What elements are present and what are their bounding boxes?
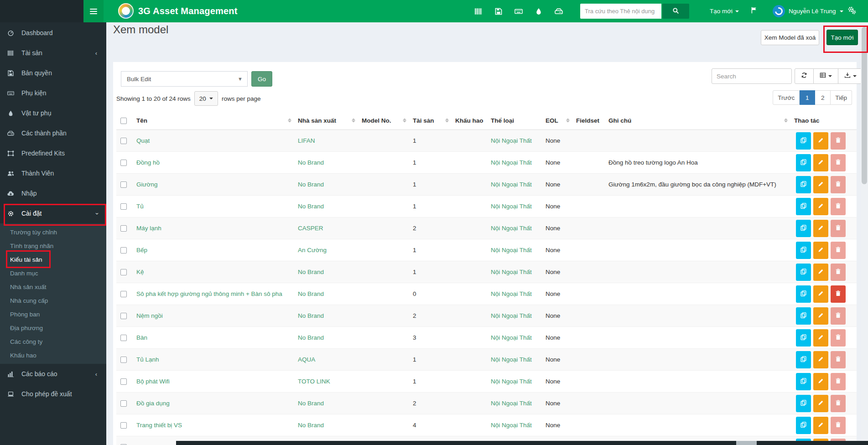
row-checkbox[interactable] xyxy=(120,400,127,407)
export-button[interactable] xyxy=(838,68,863,84)
edit-button[interactable] xyxy=(813,132,828,150)
edit-button[interactable] xyxy=(813,220,828,237)
page-size-dropdown[interactable]: 20 xyxy=(194,91,218,106)
go-button[interactable]: Go xyxy=(251,71,272,87)
bulk-edit-select[interactable]: Bulk Edit ▼ xyxy=(121,71,248,87)
clone-button[interactable] xyxy=(796,198,811,215)
submenu-item-custom-fields[interactable]: Trường tùy chỉnh xyxy=(0,225,106,239)
clone-button[interactable] xyxy=(796,373,811,390)
sidebar-toggle-button[interactable] xyxy=(83,0,104,22)
column-header-note[interactable]: Ghi chú xyxy=(605,111,790,130)
row-checkbox[interactable] xyxy=(120,335,127,341)
clone-button[interactable] xyxy=(796,132,811,150)
column-header-eol[interactable]: EOL xyxy=(542,111,572,130)
columns-button[interactable] xyxy=(814,68,838,84)
vertical-scrollbar-thumb[interactable] xyxy=(862,27,867,184)
delete-button[interactable] xyxy=(831,220,846,237)
delete-button[interactable] xyxy=(831,351,846,368)
sidebar-item-reports[interactable]: Các báo cáo‹ xyxy=(0,364,106,384)
barcode-icon[interactable] xyxy=(474,7,483,16)
pagination-prev[interactable]: Trước xyxy=(773,90,800,105)
row-checkbox[interactable] xyxy=(120,138,127,144)
clone-button[interactable] xyxy=(796,395,811,412)
table-search-input[interactable] xyxy=(712,68,792,84)
clone-button[interactable] xyxy=(796,351,811,368)
submenu-item-status-labels[interactable]: Tình trạng nhãn xyxy=(0,239,106,253)
navbar-search-input[interactable] xyxy=(580,4,661,19)
sidebar-item-users[interactable]: Thành Viên xyxy=(0,163,106,183)
sidebar-item-licenses[interactable]: Bản quyền xyxy=(0,63,106,83)
view-deleted-models-button[interactable]: Xem Model đã xoá xyxy=(761,30,819,45)
delete-button[interactable] xyxy=(831,373,846,390)
sidebar-item-predefined-kits[interactable]: Predefined Kits xyxy=(0,143,106,163)
hdd-icon[interactable] xyxy=(555,7,563,16)
edit-button[interactable] xyxy=(813,417,828,434)
delete-button[interactable] xyxy=(831,285,846,303)
row-checkbox[interactable] xyxy=(120,247,127,254)
delete-button[interactable] xyxy=(831,417,846,434)
navbar-search-button[interactable] xyxy=(662,4,689,19)
sidebar-item-import[interactable]: Nhập xyxy=(0,183,106,203)
submenu-item-departments[interactable]: Phòng ban xyxy=(0,307,106,321)
horizontal-scrollbar-thumb[interactable] xyxy=(736,441,757,445)
submenu-item-suppliers[interactable]: Nhà cung cấp xyxy=(0,294,106,307)
edit-button[interactable] xyxy=(813,351,828,368)
edit-button[interactable] xyxy=(813,242,828,259)
clone-button[interactable] xyxy=(796,417,811,434)
edit-button[interactable] xyxy=(813,329,828,347)
submenu-item-asset-models[interactable]: Kiểu tài sản xyxy=(0,253,106,266)
delete-button[interactable] xyxy=(831,154,846,171)
edit-button[interactable] xyxy=(813,395,828,412)
column-header-name[interactable]: Tên xyxy=(133,111,294,130)
edit-button[interactable] xyxy=(813,264,828,281)
delete-button[interactable] xyxy=(831,176,846,193)
submenu-item-depreciation[interactable]: Khấu hao xyxy=(0,348,106,362)
clone-button[interactable] xyxy=(796,307,811,325)
delete-button[interactable] xyxy=(831,307,846,325)
sidebar-item-consumables[interactable]: Vật tư phụ xyxy=(0,103,106,123)
admin-settings-button[interactable] xyxy=(847,0,856,22)
clone-button[interactable] xyxy=(796,220,811,237)
create-model-button[interactable]: Tạo mới xyxy=(826,30,858,45)
navbar-create-dropdown[interactable]: Tạo mới xyxy=(706,0,743,22)
edit-button[interactable] xyxy=(813,307,828,325)
row-checkbox[interactable] xyxy=(120,203,127,210)
delete-button[interactable] xyxy=(831,264,846,281)
droplet-icon[interactable] xyxy=(535,7,543,16)
keyboard-icon[interactable] xyxy=(515,7,523,16)
clone-button[interactable] xyxy=(796,154,811,171)
row-checkbox[interactable] xyxy=(120,357,127,363)
row-checkbox[interactable] xyxy=(120,225,127,232)
sidebar-item-requestable[interactable]: Cho phép đề xuất xyxy=(0,384,106,404)
delete-button[interactable] xyxy=(831,132,846,150)
column-header-manufacturer[interactable]: Nhà sản xuất xyxy=(294,111,358,130)
row-checkbox[interactable] xyxy=(120,269,127,275)
edit-button[interactable] xyxy=(813,176,828,193)
sidebar-item-settings[interactable]: Cài đặt‹ xyxy=(0,203,106,223)
edit-button[interactable] xyxy=(813,373,828,390)
row-checkbox[interactable] xyxy=(120,181,127,188)
pagination-page-2[interactable]: 2 xyxy=(815,90,831,105)
delete-button[interactable] xyxy=(831,395,846,412)
submenu-item-manufacturers[interactable]: Nhà sản xuất xyxy=(0,280,106,294)
column-header-assets[interactable]: Tài sản xyxy=(409,111,452,130)
delete-button[interactable] xyxy=(831,198,846,215)
pagination-next[interactable]: Tiếp xyxy=(831,90,852,105)
clone-button[interactable] xyxy=(796,176,811,193)
submenu-item-locations[interactable]: Địa phương xyxy=(0,321,106,335)
row-checkbox[interactable] xyxy=(120,378,127,385)
row-checkbox[interactable] xyxy=(120,160,127,166)
edit-button[interactable] xyxy=(813,198,828,215)
language-flag-button[interactable] xyxy=(750,0,758,22)
sidebar-item-dashboard[interactable]: Dashboard xyxy=(0,23,106,43)
sidebar-item-components[interactable]: Các thành phần xyxy=(0,123,106,143)
row-checkbox[interactable] xyxy=(120,313,127,319)
clone-button[interactable] xyxy=(796,264,811,281)
floppy-icon[interactable] xyxy=(494,7,503,16)
pagination-page-1[interactable]: 1 xyxy=(800,90,815,105)
clone-button[interactable] xyxy=(796,242,811,259)
vertical-scrollbar[interactable] xyxy=(861,22,868,445)
clone-button[interactable] xyxy=(796,329,811,347)
edit-button[interactable] xyxy=(813,285,828,303)
sidebar-item-accessories[interactable]: Phụ kiện xyxy=(0,83,106,103)
